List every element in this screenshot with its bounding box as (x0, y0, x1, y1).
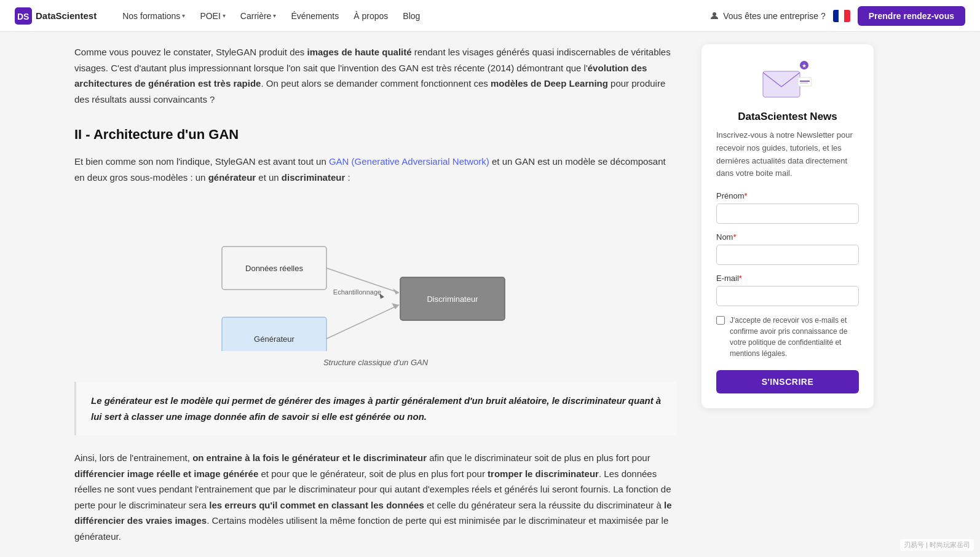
enterprise-icon (709, 11, 719, 21)
svg-line-11 (326, 305, 399, 339)
chevron-down-icon: ▾ (223, 12, 226, 19)
enterprise-link[interactable]: Vous êtes une entreprise ? (709, 11, 826, 21)
nav-link-blog[interactable]: Blog (397, 7, 426, 25)
blockquote-text: Le générateur est le modèle qui permet d… (91, 395, 661, 422)
svg-rect-15 (763, 71, 800, 97)
nav-link-evenements[interactable]: Événements (285, 7, 345, 25)
svg-text:★: ★ (802, 63, 807, 69)
logo-text: DataScientest (36, 10, 97, 21)
logo-link[interactable]: DS DataScientest (15, 7, 97, 25)
prenom-input[interactable] (716, 203, 859, 224)
nom-input[interactable] (716, 245, 859, 265)
blockquote: Le générateur est le modèle qui permet d… (74, 382, 677, 435)
intro-paragraph: Comme vous pouvez le constater, StyleGAN… (74, 44, 677, 107)
newsletter-form: Prénom* Nom* E-mail* (716, 191, 859, 393)
flag-red (844, 10, 850, 22)
svg-rect-16 (798, 77, 812, 86)
svg-text:Données réelles: Données réelles (245, 264, 303, 273)
nav-link-poei[interactable]: POEI ▾ (194, 7, 231, 25)
email-input[interactable] (716, 286, 859, 306)
navbar: DS DataScientest Nos formations ▾ POEI ▾… (0, 0, 980, 32)
nav-link-apropos[interactable]: À propos (347, 7, 394, 25)
nav-link-carriere[interactable]: Carrière ▾ (234, 7, 283, 25)
main-content: Comme vous pouvez le constater, StyleGAN… (74, 44, 701, 556)
consent-checkbox[interactable] (716, 316, 725, 325)
svg-marker-14 (379, 293, 384, 299)
nom-label: Nom* (716, 232, 859, 242)
flag-blue (833, 10, 839, 22)
gan-link[interactable]: GAN (Generative Adversiarial Network) (329, 156, 489, 167)
chevron-down-icon: ▾ (273, 12, 276, 19)
nom-field: Nom* (716, 232, 859, 265)
prenom-field: Prénom* (716, 191, 859, 224)
email-field: E-mail* (716, 274, 859, 306)
svg-marker-10 (393, 288, 399, 294)
subscribe-button[interactable]: S'INSCRIRE (716, 370, 859, 393)
svg-point-2 (713, 12, 716, 16)
svg-text:Discriminateur: Discriminateur (427, 294, 478, 304)
page-wrapper: Comme vous pouvez le constater, StyleGAN… (60, 0, 920, 557)
nav-link-formations[interactable]: Nos formations ▾ (116, 7, 191, 25)
consent-label: J'accepte de recevoir vos e-mails et con… (730, 315, 859, 359)
svg-text:Echantillonnage: Echantillonnage (333, 288, 381, 296)
language-flag[interactable] (833, 10, 850, 22)
training-paragraph: Ainsi, lors de l'entrainement, on entrai… (74, 450, 677, 544)
chevron-down-icon: ▾ (182, 12, 185, 19)
gan-intro-paragraph: Et bien comme son nom l'indique, StyleGA… (74, 154, 677, 185)
consent-row: J'accepte de recevoir vos e-mails et con… (716, 315, 859, 359)
logo-icon: DS (15, 7, 32, 25)
diagram-caption: Structure classique d'un GAN (323, 358, 428, 367)
gan-diagram: Données réelles Générateur Discriminateu… (210, 197, 542, 353)
prenom-required: * (745, 191, 748, 200)
flag-white (839, 10, 844, 22)
newsletter-desc: Inscrivez-vous à notre Newsletter pour r… (716, 129, 859, 180)
sidebar: ★ DataScientest News Inscrivez-vous à no… (701, 44, 874, 556)
email-label: E-mail* (716, 274, 859, 283)
nav-links: Nos formations ▾ POEI ▾ Carrière ▾ Événe… (116, 7, 709, 25)
newsletter-icon: ★ (760, 59, 815, 102)
nom-required: * (733, 232, 736, 242)
newsletter-title: DataScientest News (716, 111, 859, 123)
prenom-label: Prénom* (716, 191, 859, 200)
diagram-container: Données réelles Générateur Discriminateu… (74, 197, 677, 367)
nav-right: Vous êtes une entreprise ? Prendre rende… (709, 6, 965, 26)
svg-text:DS: DS (17, 12, 29, 22)
email-required: * (739, 274, 742, 283)
svg-text:Générateur: Générateur (254, 334, 294, 344)
newsletter-icon-area: ★ (716, 59, 859, 102)
newsletter-card: ★ DataScientest News Inscrivez-vous à no… (701, 44, 874, 408)
section-title-gan: II - Architecture d'un GAN (74, 127, 677, 143)
diagram-svg: Données réelles Générateur Discriminateu… (210, 197, 542, 351)
cta-button[interactable]: Prendre rendez-vous (858, 6, 965, 26)
